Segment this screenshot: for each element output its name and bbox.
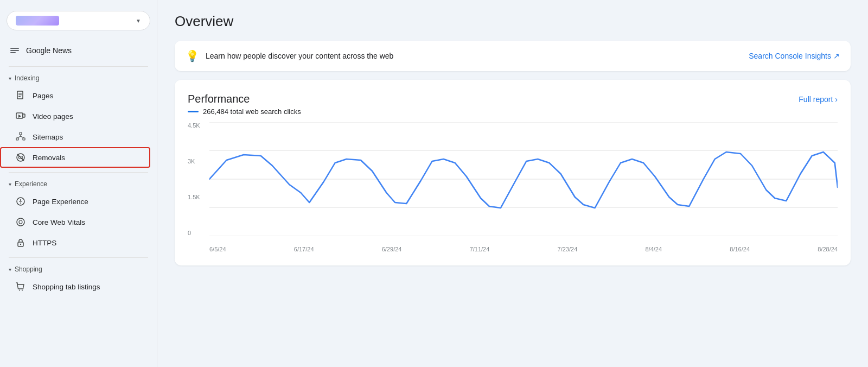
sidebar-item-pages[interactable]: Pages	[0, 85, 150, 106]
x-label-1: 6/5/24	[209, 246, 226, 252]
page-experience-label: Page Experience	[33, 198, 88, 206]
sidebar: ▼ Google News ▾ Indexing Pages	[0, 0, 157, 367]
divider-3	[9, 257, 148, 258]
page-title: Overview	[175, 13, 851, 30]
performance-chart	[209, 122, 838, 236]
svg-line-14	[17, 136, 21, 138]
removals-icon	[15, 152, 26, 163]
svg-marker-9	[18, 115, 21, 118]
google-news-icon	[9, 45, 21, 56]
section-indexing[interactable]: ▾ Indexing	[0, 71, 157, 85]
chevron-down-icon: ▼	[136, 18, 141, 24]
full-report-label: Full report	[799, 95, 833, 104]
x-label-4: 7/11/24	[470, 246, 490, 252]
property-dropdown[interactable]: ▼	[7, 11, 150, 30]
svg-rect-11	[16, 138, 18, 140]
section-indexing-label: Indexing	[15, 74, 39, 82]
pages-label: Pages	[33, 92, 53, 100]
info-text: Learn how people discover your content a…	[206, 52, 393, 60]
bulb-icon: 💡	[186, 49, 199, 62]
https-label: HTTPS	[33, 239, 56, 247]
main-content: Overview 💡 Learn how people discover you…	[157, 0, 868, 367]
svg-point-21	[20, 203, 21, 204]
y-axis-labels: 4.5K 3K 1.5K 0	[188, 122, 207, 236]
section-shopping[interactable]: ▾ Shopping	[0, 262, 157, 276]
svg-point-26	[20, 244, 21, 245]
dropdown-button[interactable]: ▼	[7, 11, 150, 30]
x-label-5: 7/23/24	[558, 246, 578, 252]
y-label-4: 4.5K	[188, 122, 207, 129]
metric-label: 266,484 total web search clicks	[203, 107, 301, 116]
x-label-3: 6/29/24	[382, 246, 402, 252]
external-link-icon: ↗	[833, 52, 840, 60]
pages-icon	[15, 90, 26, 101]
video-pages-icon	[15, 111, 26, 122]
shopping-tab-icon	[15, 281, 26, 292]
x-label-8: 8/28/24	[818, 246, 838, 252]
sitemaps-icon	[15, 131, 26, 142]
search-console-insights-link[interactable]: Search Console Insights ↗	[749, 52, 840, 60]
video-pages-label: Video pages	[33, 112, 73, 121]
divider-1	[9, 66, 148, 67]
chart-container: 4.5K 3K 1.5K 0 6/5/24 6/1	[188, 122, 838, 252]
svg-rect-10	[20, 132, 22, 135]
section-shopping-label: Shopping	[15, 265, 42, 273]
info-banner: 💡 Learn how people discover your content…	[175, 41, 851, 71]
svg-point-27	[19, 290, 20, 291]
svg-point-28	[22, 290, 23, 291]
section-experience[interactable]: ▾ Experience	[0, 177, 157, 191]
svg-rect-4	[18, 93, 22, 93]
chevron-icon: ▾	[9, 75, 11, 81]
page-experience-icon	[15, 196, 26, 207]
performance-card: Performance Full report › 266,484 total …	[175, 80, 851, 265]
divider-2	[9, 172, 148, 173]
section-experience-label: Experience	[15, 180, 47, 188]
svg-point-23	[17, 218, 24, 226]
sidebar-item-https[interactable]: HTTPS	[0, 232, 150, 253]
y-label-1: 1.5K	[188, 194, 207, 200]
full-report-link[interactable]: Full report ›	[799, 95, 838, 104]
chevron-right-icon: ›	[835, 95, 838, 104]
sidebar-item-shopping-tab[interactable]: Shopping tab listings	[0, 276, 150, 297]
https-icon	[15, 237, 26, 248]
x-label-2: 6/17/24	[294, 246, 314, 252]
sidebar-item-page-experience[interactable]: Page Experience	[0, 191, 150, 212]
svg-rect-0	[10, 48, 19, 49]
svg-rect-2	[10, 52, 16, 53]
svg-rect-6	[18, 96, 21, 97]
console-link-label: Search Console Insights	[749, 52, 831, 60]
sidebar-item-core-web-vitals[interactable]: Core Web Vitals	[0, 212, 150, 232]
property-avatar	[16, 16, 59, 26]
chart-legend: 266,484 total web search clicks	[188, 107, 838, 116]
google-news-label: Google News	[26, 46, 72, 55]
chevron-icon-2: ▾	[9, 181, 11, 187]
svg-rect-12	[23, 138, 25, 140]
chart-area	[209, 122, 838, 236]
removals-label: Removals	[33, 154, 65, 162]
sidebar-item-sitemaps[interactable]: Sitemaps	[0, 126, 150, 147]
svg-rect-1	[10, 50, 19, 51]
x-axis-labels: 6/5/24 6/17/24 6/29/24 7/11/24 7/23/24 8…	[209, 246, 838, 252]
y-label-3: 3K	[188, 158, 207, 164]
performance-title: Performance	[188, 93, 250, 105]
svg-rect-8	[23, 114, 25, 117]
core-web-vitals-label: Core Web Vitals	[33, 218, 85, 226]
svg-point-24	[19, 220, 22, 224]
svg-rect-5	[18, 94, 22, 95]
y-label-0: 0	[188, 230, 207, 236]
sidebar-item-removals[interactable]: Removals	[0, 147, 150, 168]
core-web-vitals-icon	[15, 217, 26, 227]
x-label-6: 8/4/24	[646, 246, 662, 252]
legend-line-icon	[188, 111, 199, 112]
chevron-icon-3: ▾	[9, 267, 11, 273]
sitemaps-label: Sitemaps	[33, 133, 63, 141]
svg-line-15	[21, 136, 24, 138]
shopping-tab-label: Shopping tab listings	[33, 283, 100, 291]
google-news-item[interactable]: Google News	[0, 39, 157, 62]
sidebar-item-video-pages[interactable]: Video pages	[0, 106, 150, 126]
x-label-7: 8/16/24	[730, 246, 750, 252]
